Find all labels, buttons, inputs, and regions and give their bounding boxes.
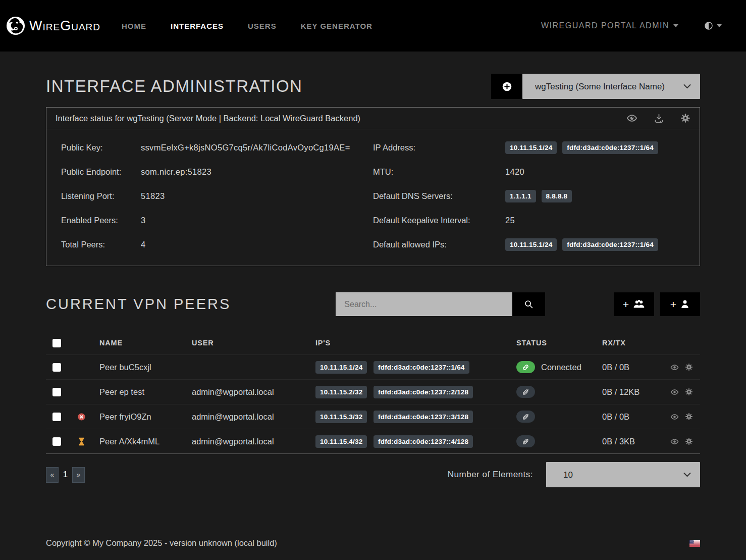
- peers-section-head: CURRENT VPN PEERS +: [46, 292, 700, 316]
- peer-expiring-hourglass-icon: [77, 437, 86, 446]
- peer-name: Peer ep test: [99, 387, 192, 397]
- peer-name: Peer fryiO9Zn: [99, 412, 192, 422]
- peer-rxtx: 0B / 0B: [602, 363, 670, 372]
- ip-address-label: IP Address:: [373, 143, 505, 152]
- info-row-total-peers: Total Peers: 4: [61, 237, 373, 251]
- interface-settings-button[interactable]: [680, 113, 690, 123]
- view-peer-button[interactable]: [670, 437, 679, 446]
- search-button[interactable]: [512, 292, 545, 316]
- elements-per-page-label: Number of Elements:: [448, 470, 533, 480]
- interface-info-left: Public Key: ssvmEelxG+k8jsNO5G7cq5r/Ak7l…: [46, 140, 373, 251]
- add-peer-button[interactable]: +: [660, 292, 700, 316]
- view-interface-button[interactable]: [626, 113, 637, 124]
- peers-section-title: CURRENT VPN PEERS: [46, 296, 231, 313]
- peer-ip-badge: fdfd:d3ad:c0de:1237::1/64: [374, 361, 469, 374]
- peer-disabled-icon: [77, 413, 86, 421]
- us-flag-icon[interactable]: [689, 540, 700, 547]
- peer-row: Peer buC5cxjl 10.11.15.1/24 fdfd:d3ad:c0…: [46, 354, 700, 379]
- users-icon: [632, 299, 646, 309]
- nav-link-home[interactable]: HOME: [122, 22, 146, 30]
- peer-ip-badge: 10.11.15.1/24: [315, 361, 367, 374]
- eye-icon: [670, 388, 679, 396]
- nav-link-interfaces[interactable]: INTERFACES: [171, 22, 224, 30]
- public-endpoint-label: Public Endpoint:: [61, 167, 141, 177]
- view-peer-button[interactable]: [670, 413, 679, 421]
- elements-per-page-select[interactable]: 10: [546, 462, 700, 487]
- peer-status-label: Connected: [541, 363, 581, 372]
- peer-checkbox[interactable]: [52, 413, 61, 421]
- peer-checkbox[interactable]: [52, 437, 61, 446]
- nav-links: HOME INTERFACES USERS KEY GENERATOR: [122, 22, 372, 30]
- interface-status-card-header: Interface status for wgTesting (Server M…: [46, 108, 700, 129]
- pagination-current-page[interactable]: 1: [59, 470, 72, 480]
- peer-checkbox[interactable]: [52, 388, 61, 396]
- plus-icon: +: [670, 299, 676, 310]
- peer-actions: [670, 413, 701, 421]
- pagination-prev-button[interactable]: «: [46, 467, 59, 483]
- mtu-label: MTU:: [373, 167, 505, 177]
- ip-badge: fdfd:d3ad:c0de:1237::1/64: [562, 141, 658, 154]
- interface-select-wrap: wgTesting (Some Interface Name): [522, 74, 700, 99]
- peers-table: NAME USER IP'S STATUS RX/TX Peer buC5cxj…: [46, 331, 700, 454]
- info-row-public-endpoint: Public Endpoint: som.nicr.ep:51823: [61, 165, 373, 179]
- select-all-checkbox[interactable]: [52, 339, 61, 347]
- peer-status: [516, 435, 602, 447]
- admin-user-menu[interactable]: WIREGUARD PORTAL ADMIN: [541, 21, 678, 30]
- listening-port-label: Listening Port:: [61, 191, 141, 201]
- table-footer: « 1 » Number of Elements: 10: [46, 462, 700, 487]
- add-multiple-peers-button[interactable]: +: [614, 292, 654, 316]
- peer-row: Peer A/Xk4mML admin@wgportal.local 10.11…: [46, 429, 700, 453]
- keepalive-label: Default Keepalive Interval:: [373, 216, 505, 225]
- peer-ip-badge: 10.11.15.2/32: [315, 386, 367, 398]
- column-header-ips: IP'S: [315, 339, 516, 347]
- peer-ip-badge: 10.11.15.4/32: [315, 435, 367, 448]
- info-row-enabled-peers: Enabled Peers: 3: [61, 213, 373, 227]
- listening-port-value: 51823: [141, 191, 165, 201]
- peer-settings-button[interactable]: [685, 363, 693, 371]
- peer-rxtx: 0B / 0B: [602, 412, 670, 422]
- brand-link[interactable]: WireGuard: [6, 16, 100, 35]
- page-title: INTERFACE ADMINISTRATION: [46, 77, 302, 96]
- peer-ip-badge: fdfd:d3ad:c0de:1237::2/128: [374, 386, 473, 398]
- total-peers-label: Total Peers:: [61, 240, 141, 249]
- info-row-mtu: MTU: 1420: [373, 165, 700, 179]
- nav-link-users[interactable]: USERS: [248, 22, 277, 30]
- pagination-next-button[interactable]: »: [72, 467, 85, 483]
- admin-user-menu-label: WIREGUARD PORTAL ADMIN: [541, 21, 669, 30]
- navbar: WireGuard HOME INTERFACES USERS KEY GENE…: [0, 0, 746, 52]
- download-icon: [654, 113, 664, 124]
- allowed-ips-label: Default allowed IPs:: [373, 240, 505, 249]
- peer-settings-button[interactable]: [685, 388, 693, 396]
- page-head: INTERFACE ADMINISTRATION wgTesting (Some…: [46, 74, 700, 99]
- peer-ips: 10.11.15.1/24 fdfd:d3ad:c0de:1237::1/64: [315, 361, 516, 374]
- view-peer-button[interactable]: [670, 363, 679, 372]
- page-footer: Copyright © My Company 2025 - version un…: [0, 528, 746, 560]
- interface-select[interactable]: wgTesting (Some Interface Name): [522, 74, 700, 99]
- info-row-dns: Default DNS Servers: 1.1.1.1 8.8.8.8: [373, 189, 700, 203]
- connected-pill: [516, 361, 535, 373]
- peer-status: [516, 411, 602, 423]
- ip-badge: 10.11.15.1/24: [505, 141, 557, 154]
- peer-checkbox[interactable]: [52, 363, 61, 372]
- peer-settings-button[interactable]: [685, 437, 693, 445]
- peer-settings-button[interactable]: [685, 413, 693, 421]
- circle-half-icon: [704, 21, 714, 31]
- total-peers-value: 4: [141, 240, 145, 249]
- disconnected-pill: [516, 411, 535, 423]
- keepalive-value: 25: [505, 216, 515, 225]
- peer-rxtx: 0B / 12KB: [602, 387, 670, 397]
- user-icon: [680, 299, 690, 309]
- theme-toggle-menu[interactable]: [704, 21, 722, 31]
- search-input[interactable]: [336, 292, 512, 316]
- info-row-listening-port: Listening Port: 51823: [61, 189, 373, 203]
- allowed-ip-badge: 10.11.15.1/24: [505, 238, 557, 251]
- view-peer-button[interactable]: [670, 388, 679, 396]
- search-group: [336, 292, 545, 316]
- eye-icon: [670, 437, 679, 446]
- public-endpoint-value: som.nicr.ep:51823: [141, 167, 211, 177]
- add-interface-button[interactable]: [491, 74, 522, 99]
- nav-link-key-generator[interactable]: KEY GENERATOR: [301, 22, 372, 30]
- elements-select-wrap: 10: [546, 462, 700, 487]
- column-header-user: USER: [192, 339, 315, 347]
- download-config-button[interactable]: [654, 113, 664, 124]
